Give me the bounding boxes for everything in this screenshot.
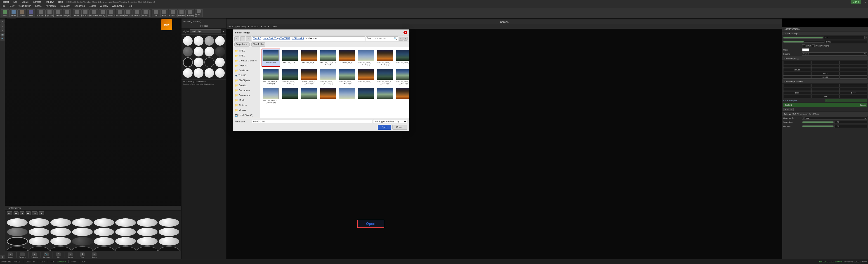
toolbar-zoom-to[interactable]: Zoom To <box>142 9 150 18</box>
menu-visualization[interactable]: Visualization <box>18 5 32 7</box>
file-item-15[interactable]: hdr0042_wide_1... _70mm.jpg <box>395 68 409 86</box>
menu-animation[interactable]: Animation <box>45 5 57 7</box>
light-ball-23[interactable] <box>137 237 158 246</box>
light-ball-3[interactable] <box>50 218 71 227</box>
toolbar-headlight[interactable]: Headlight <box>98 9 107 18</box>
btn-materials[interactable]: ◉ Materials <box>30 253 39 258</box>
light-ball-17[interactable] <box>7 237 28 246</box>
file-item-8[interactable]: hdr0042_wide_0... 70mm.jpg <box>261 68 280 86</box>
toolbar-transform[interactable]: Transform <box>169 9 177 18</box>
sidebar-vred2[interactable]: 📁 VRED <box>233 53 260 58</box>
file-item-6[interactable]: hdr0042_wide_0... 35mm.jpg <box>376 48 394 67</box>
file-item-16[interactable]: hdr0042_wide_1... _110mm.jpg <box>261 87 280 105</box>
bc-content[interactable]: CONTENT <box>279 37 290 40</box>
dialog-cancel-btn[interactable]: Cancel <box>393 125 407 130</box>
gamma-slider[interactable] <box>802 125 834 127</box>
studio-light-13[interactable] <box>183 68 193 78</box>
light-ball-16[interactable] <box>158 228 180 236</box>
toolbar-selection[interactable]: Selection <box>178 9 186 18</box>
tex-000b[interactable]: 0.000 <box>839 91 867 94</box>
tex-4[interactable] <box>783 88 811 91</box>
file-item-22[interactable] <box>376 87 394 105</box>
left-tool-cam[interactable]: 📷 <box>0 33 4 37</box>
dialog-open-btn[interactable]: Open <box>378 125 391 130</box>
filename-input[interactable] <box>252 119 372 124</box>
menu-scripts[interactable]: Scripts <box>88 5 97 7</box>
light-ball-11[interactable] <box>50 228 71 236</box>
bc-thispc[interactable]: This PC <box>253 37 261 40</box>
sidebar-pictures[interactable]: 📁 Pictures <box>233 103 260 108</box>
toolbar-new[interactable]: New <box>1 9 9 18</box>
tex-2[interactable] <box>811 84 839 87</box>
file-item-20[interactable] <box>338 87 356 105</box>
dialog-close-btn[interactable]: ✕ <box>403 31 407 34</box>
toolbar-ruler[interactable]: Ruler <box>160 9 168 18</box>
file-item-23[interactable] <box>395 87 409 105</box>
menu-interaction[interactable]: Interaction <box>59 5 71 7</box>
toolbar-simple-ui[interactable]: Simple UI <box>195 9 203 18</box>
tex-12[interactable] <box>839 95 867 98</box>
te-100b[interactable]: 100.00 <box>811 75 839 78</box>
master-settings-header[interactable]: Master Settings <box>782 32 868 36</box>
sidebar-creative-cloud[interactable]: 📁 Creative Cloud Fil <box>233 58 260 63</box>
end-btn[interactable]: ⏭ <box>32 211 37 215</box>
saturation-input[interactable]: 1.00 <box>835 121 867 124</box>
toolbar-downscale[interactable]: Downscale <box>54 9 62 18</box>
tex-6[interactable] <box>839 88 867 91</box>
menu-view[interactable]: View <box>8 5 16 7</box>
restore-btn[interactable]: Restore <box>783 108 794 111</box>
search-input[interactable] <box>366 37 393 41</box>
file-item-5[interactable]: hdr0042_wide_0... 70mm.jpg <box>357 48 375 67</box>
te-7[interactable] <box>783 75 811 78</box>
menu-create[interactable]: Create <box>21 1 29 3</box>
sign-in-btn[interactable]: Sign In <box>850 0 861 4</box>
toolbar-texturing[interactable]: Texturing <box>186 9 194 18</box>
light-ball-7[interactable] <box>137 218 158 227</box>
menu-rendering[interactable]: Rendering <box>73 5 86 7</box>
light-ball-10[interactable] <box>29 228 50 236</box>
menu-window[interactable]: Window <box>45 1 55 3</box>
te-sz[interactable] <box>839 68 867 71</box>
studio-light-11[interactable] <box>204 57 214 67</box>
transform-easy-header[interactable]: Transform [Easy] <box>782 57 868 61</box>
sidebar-downloads[interactable]: 📁 Downloads <box>233 93 260 98</box>
sidebar-documents[interactable]: 📁 Documents <box>233 88 260 93</box>
file-item-11[interactable]: hdr0042_wide_0... _100mm.jpg <box>319 68 337 86</box>
store-icon[interactable]: Store <box>161 19 172 30</box>
te-ry[interactable] <box>811 65 839 68</box>
file-item-2[interactable]: hdr0042_2k_le... <box>300 48 318 67</box>
te-y[interactable] <box>811 61 839 64</box>
sidebar-desktop[interactable]: 📁 Desktop <box>233 83 260 88</box>
studio-light-4[interactable] <box>215 36 225 46</box>
studio-light-2[interactable] <box>193 36 204 46</box>
sidebar-localc[interactable]: 💾 Local Disk (C:) <box>233 113 260 118</box>
left-tool-scale[interactable]: ⤡ <box>0 28 4 32</box>
stop-btn[interactable]: ■ <box>20 211 24 215</box>
menu-camera[interactable]: Camera <box>32 1 42 3</box>
file-item-13[interactable]: hdr0042_wide_0... <box>357 68 375 86</box>
prev-btn[interactable]: ◀ <box>13 211 19 215</box>
menu-help2[interactable]: Help <box>127 5 133 7</box>
te-6[interactable] <box>839 72 867 75</box>
te-9[interactable] <box>839 75 867 78</box>
view-grid-btn[interactable]: ⊞ <box>403 37 408 41</box>
btn-cameras[interactable]: 📷 Cameras <box>42 253 51 258</box>
toolbar-import[interactable]: Import <box>18 9 26 18</box>
light-ball-2[interactable] <box>29 218 50 227</box>
te-100[interactable]: 100.00 <box>811 72 839 75</box>
light-ball-14[interactable] <box>115 228 136 236</box>
help-icon-btn[interactable]: ? <box>864 1 867 3</box>
menu-scene[interactable]: Scene <box>34 5 42 7</box>
shape-select[interactable]: Square <box>802 53 867 56</box>
studio-light-3[interactable] <box>204 36 214 46</box>
tex-10[interactable] <box>783 95 811 98</box>
toolbar-sceneplate[interactable]: Sceneplate <box>81 9 90 18</box>
te-sx[interactable]: 100.00 <box>783 68 811 71</box>
btn-transform[interactable]: ⤢ Transform <box>18 253 27 258</box>
toolbar-save[interactable]: Save <box>27 9 35 18</box>
te-rz[interactable] <box>839 65 867 68</box>
tex-000c[interactable]: 0.000 <box>811 95 839 98</box>
light-ball-18[interactable] <box>29 237 50 246</box>
saturation-slider[interactable] <box>802 121 834 123</box>
next-btn[interactable]: ▶ <box>26 211 31 215</box>
